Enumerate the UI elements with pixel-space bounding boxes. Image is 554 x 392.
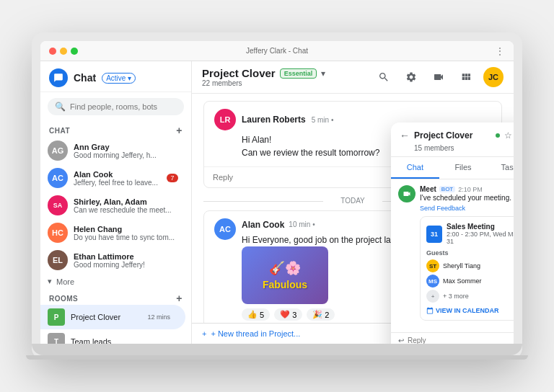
dropdown-arrow-icon[interactable]: ▾ xyxy=(321,68,325,79)
add-chat-button[interactable]: + xyxy=(176,125,183,135)
chat-preview-alan-cook: Jeffery, feel free to leave... xyxy=(74,179,167,187)
maximize-button[interactable] xyxy=(71,48,78,55)
room-icon-project-clover: P xyxy=(48,308,65,326)
msg-time-alan: 10 min • xyxy=(289,220,315,228)
unread-badge-alan-cook: 7 xyxy=(167,174,178,182)
sidebar-title: Chat xyxy=(74,72,96,84)
mobile-msg-text-meet: I've scheduled your meeting. xyxy=(420,193,514,203)
mobile-avatar-meet xyxy=(398,185,416,202)
main-header-title: Project Clover Essential ▾ 22 members xyxy=(202,67,374,87)
mobile-send-feedback[interactable]: Send Feedback xyxy=(420,205,514,212)
mobile-reply-input[interactable] xyxy=(408,337,514,344)
search-input[interactable] xyxy=(70,102,177,111)
chat-preview-ethan: Good morning Jeffery! xyxy=(74,261,178,269)
avatar-shirley: SA xyxy=(48,195,68,215)
chat-app-icon xyxy=(49,68,68,87)
room-time-project-clover: 12 mins xyxy=(147,313,170,321)
room-name-project-clover: Project Clover xyxy=(71,313,147,321)
close-button[interactable] xyxy=(49,48,56,55)
settings-button[interactable] xyxy=(401,67,421,87)
mobile-tab-tasks[interactable]: Tasks xyxy=(487,157,514,179)
mobile-members-count: 15 members xyxy=(414,144,514,152)
sidebar-search-box[interactable]: 🔍 xyxy=(48,98,184,115)
sidebar: Chat Active ▾ 🔍 CHAT + AG Ann Gray xyxy=(40,61,192,344)
avatar-helen: HC xyxy=(48,223,68,243)
app-layout: Chat Active ▾ 🔍 CHAT + AG Ann Gray xyxy=(40,61,514,344)
mobile-msg-time-meet: 2:10 PM xyxy=(458,186,483,193)
mobile-room-title: Project Clover xyxy=(414,130,491,141)
traffic-lights xyxy=(49,48,78,55)
mobile-more-guests-icon: + xyxy=(426,290,439,303)
avatar-alan: AC xyxy=(214,218,236,240)
mobile-avatar-sheryll: ST xyxy=(426,259,439,272)
add-room-button[interactable]: + xyxy=(176,293,183,303)
mobile-tab-files[interactable]: Files xyxy=(439,157,488,179)
chat-item-helen[interactable]: HC Helen Chang Do you have time to sync … xyxy=(40,219,185,246)
mobile-bot-badge: BOT xyxy=(439,186,455,192)
mobile-message-meet: Meet BOT 2:10 PM I've scheduled your mee… xyxy=(398,185,514,321)
search-icon: 🔍 xyxy=(55,102,66,112)
chat-item-ethan[interactable]: EL Ethan Lattimore Good morning Jeffery! xyxy=(40,246,185,274)
window-more-icon[interactable]: ⋮ xyxy=(495,45,505,57)
mobile-guest-max: MS Max Sommer xyxy=(426,275,514,288)
mobile-reply-bar: ↩ xyxy=(391,332,514,344)
chat-preview-ann-gray: Good morning Jeffery, h... xyxy=(74,151,178,159)
chat-section-label: CHAT + xyxy=(40,121,191,137)
reaction-heart[interactable]: ❤️ 3 xyxy=(274,308,302,321)
mobile-guest-sheryll: ST Sheryll Tiang xyxy=(426,259,514,272)
mobile-avatar-max: MS xyxy=(426,275,439,288)
mobile-more-guests: + + 3 more xyxy=(426,290,514,303)
reaction-thumbs-up[interactable]: 👍 5 xyxy=(242,308,270,321)
reaction-party[interactable]: 🎉 2 xyxy=(307,308,335,321)
project-title: Project Clover xyxy=(202,67,276,79)
chat-preview-shirley: Can we reschedule the meet... xyxy=(74,206,178,214)
mobile-reply-icon: ↩ xyxy=(398,337,404,344)
room-item-team-leads[interactable]: T Team leads xyxy=(40,329,185,344)
avatar-lauren: LR xyxy=(214,109,236,130)
image-emoji: 🎸🌸 xyxy=(269,260,301,276)
chat-name-ethan: Ethan Lattimore xyxy=(74,252,178,261)
members-count: 22 members xyxy=(202,79,374,87)
grid-button[interactable] xyxy=(456,67,476,87)
image-card: 🎸🌸 Fabulous xyxy=(242,246,328,304)
chat-item-shirley[interactable]: SA Shirley, Alan, Adam Can we reschedule… xyxy=(40,192,185,219)
mobile-overlay: ← Project Clover ☆ ⋮ 15 members Chat xyxy=(391,122,514,344)
image-text: Fabulous xyxy=(263,279,307,290)
mobile-more-guests-text: + 3 more xyxy=(443,293,469,300)
room-item-project-clover[interactable]: P Project Clover 12 mins ⋮ xyxy=(40,305,185,329)
room-icon-team-leads: T xyxy=(48,333,65,344)
plus-icon: + xyxy=(202,329,206,338)
video-button[interactable] xyxy=(428,67,449,87)
mobile-calendar-card: 31 Sales Meeting 2:00 - 2:30 PM, Wed Mar… xyxy=(420,216,514,321)
chat-name-shirley: Shirley, Alan, Adam xyxy=(74,197,178,206)
minimize-button[interactable] xyxy=(60,48,67,55)
mobile-star-icon[interactable]: ☆ xyxy=(504,130,512,141)
mobile-online-dot xyxy=(496,133,500,138)
chat-item-alan-cook[interactable]: AC Alan Cook Jeffery, feel free to leave… xyxy=(40,164,185,192)
active-badge[interactable]: Active ▾ xyxy=(102,73,136,84)
mobile-tab-chat[interactable]: Chat xyxy=(391,157,439,179)
rooms-section-label: ROOMS + xyxy=(40,289,191,305)
user-avatar[interactable]: JC xyxy=(483,67,504,87)
mobile-cal-time: 2:00 - 2:30 PM, Wed Mar 31 xyxy=(447,231,514,245)
mobile-tabs: Chat Files Tasks xyxy=(391,157,514,179)
mobile-back-icon[interactable]: ← xyxy=(400,130,410,141)
window-title: Jeffery Clark - Chat xyxy=(246,47,308,55)
chat-preview-helen: Do you have time to sync tom... xyxy=(74,233,178,241)
chat-item-ann-gray[interactable]: AG Ann Gray Good morning Jeffery, h... xyxy=(40,137,185,164)
room-name-team-leads: Team leads xyxy=(71,337,178,344)
mobile-msg-name-meet: Meet xyxy=(420,185,436,193)
sidebar-header: Chat Active ▾ xyxy=(40,61,191,92)
mobile-cal-title: Sales Meeting xyxy=(447,223,514,231)
msg-name-alan: Alan Cook xyxy=(242,220,284,230)
project-title-row: Project Clover Essential ▾ xyxy=(202,67,374,79)
mobile-view-calendar-button[interactable]: VIEW IN CALENDAR xyxy=(426,307,514,314)
mobile-cal-icon: 31 xyxy=(426,226,442,243)
title-bar: Jeffery Clark - Chat ⋮ xyxy=(40,41,514,61)
more-chats-button[interactable]: ▾ More xyxy=(40,274,191,289)
search-button[interactable] xyxy=(374,67,394,87)
msg-name-lauren: Lauren Roberts xyxy=(242,115,306,125)
essential-badge: Essential xyxy=(280,68,317,79)
mobile-header: ← Project Clover ☆ ⋮ 15 members xyxy=(391,122,514,157)
avatar-ethan: EL xyxy=(48,250,68,270)
